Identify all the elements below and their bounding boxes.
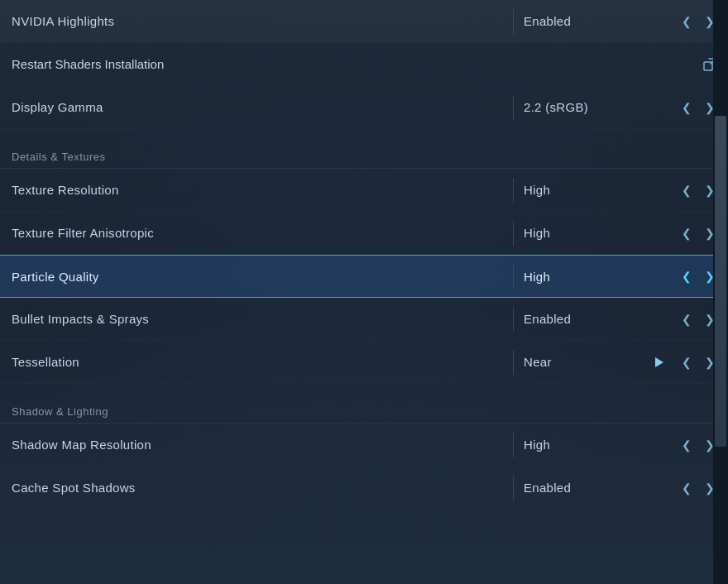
setting-row-display-gamma[interactable]: Display Gamma 2.2 (sRGB) ❮ ❯ [0, 86, 728, 129]
setting-row-restart-shaders[interactable]: Restart Shaders Installation [0, 43, 728, 86]
setting-value-area-display-gamma: 2.2 (sRGB) ❮ ❯ [513, 95, 728, 120]
scrollbar[interactable] [713, 0, 728, 584]
divider [513, 350, 514, 375]
setting-label-cache-spot-shadows: Cache Spot Shadows [0, 481, 513, 495]
setting-value-texture-resolution: High [524, 183, 675, 197]
divider [513, 476, 514, 500]
setting-row-texture-filter[interactable]: Texture Filter Anisotropic High ❮ ❯ [0, 212, 728, 255]
svg-marker-1 [655, 357, 663, 367]
setting-value-cache-spot-shadows: Enabled [524, 481, 675, 495]
divider [513, 433, 514, 457]
play-icon-tessellation [650, 353, 668, 371]
divider [513, 178, 514, 203]
setting-row-nvidia-highlights[interactable]: NVIDIA Highlights Enabled ❮ ❯ [0, 0, 728, 43]
setting-value-nvidia-highlights: Enabled [524, 14, 675, 28]
setting-value-area-shadow-map-resolution: High ❮ ❯ [513, 433, 728, 457]
setting-value-area-bullet-impacts: Enabled ❮ ❯ [513, 307, 728, 332]
divider [513, 264, 514, 289]
setting-value-area-texture-resolution: High ❮ ❯ [513, 178, 728, 203]
setting-label-tessellation: Tessellation [0, 355, 513, 369]
divider [513, 95, 514, 120]
setting-label-texture-resolution: Texture Resolution [0, 183, 513, 197]
section-gap-2 [0, 384, 728, 397]
setting-label-restart-shaders: Restart Shaders Installation [0, 57, 698, 71]
setting-value-bullet-impacts: Enabled [524, 312, 675, 326]
setting-label-texture-filter: Texture Filter Anisotropic [0, 226, 513, 240]
divider [513, 9, 514, 34]
setting-label-display-gamma: Display Gamma [0, 100, 513, 114]
arrow-left-btn-texture-filter[interactable]: ❮ [675, 222, 698, 245]
arrow-left-btn-bullet-impacts[interactable]: ❮ [675, 308, 698, 331]
arrow-left-btn-display-gamma[interactable]: ❮ [675, 96, 698, 119]
arrow-left-btn-texture-resolution[interactable]: ❮ [675, 179, 698, 202]
setting-row-tessellation[interactable]: Tessellation Near ❮ ❯ [0, 341, 728, 384]
setting-label-bullet-impacts: Bullet Impacts & Sprays [0, 312, 513, 326]
scrollbar-thumb[interactable] [715, 116, 726, 447]
arrow-left-btn-shadow-map-resolution[interactable]: ❮ [675, 433, 698, 457]
setting-row-shadow-map-resolution[interactable]: Shadow Map Resolution High ❮ ❯ [0, 424, 728, 467]
setting-value-display-gamma: 2.2 (sRGB) [524, 100, 675, 114]
setting-row-texture-resolution[interactable]: Texture Resolution High ❮ ❯ [0, 169, 728, 212]
arrow-left-btn-tessellation[interactable]: ❮ [675, 351, 698, 374]
arrow-left-btn-particle-quality[interactable]: ❮ [675, 265, 698, 288]
setting-label-particle-quality: Particle Quality [0, 270, 513, 284]
section-gap-1 [0, 129, 728, 142]
settings-panel: NVIDIA Highlights Enabled ❮ ❯ Restart Sh… [0, 0, 728, 584]
section-header-details-textures: Details & Textures [0, 142, 728, 169]
setting-value-area-particle-quality: High ❮ ❯ [513, 264, 728, 289]
setting-row-particle-quality[interactable]: Particle Quality High ❮ ❯ [0, 255, 728, 298]
divider [513, 307, 514, 332]
setting-value-area-texture-filter: High ❮ ❯ [513, 221, 728, 246]
arrow-left-btn-nvidia-highlights[interactable]: ❮ [675, 10, 698, 33]
setting-value-texture-filter: High [524, 226, 675, 240]
setting-row-cache-spot-shadows[interactable]: Cache Spot Shadows Enabled ❮ ❯ [0, 467, 728, 510]
setting-label-shadow-map-resolution: Shadow Map Resolution [0, 438, 513, 452]
setting-value-area-nvidia-highlights: Enabled ❮ ❯ [513, 9, 728, 34]
section-header-shadow-lighting: Shadow & Lighting [0, 397, 728, 424]
setting-value-shadow-map-resolution: High [524, 438, 675, 452]
arrow-left-btn-cache-spot-shadows[interactable]: ❮ [675, 476, 698, 500]
setting-row-bullet-impacts[interactable]: Bullet Impacts & Sprays Enabled ❮ ❯ [0, 298, 728, 341]
setting-value-area-tessellation: Near ❮ ❯ [513, 350, 728, 375]
setting-value-area-cache-spot-shadows: Enabled ❮ ❯ [513, 476, 728, 500]
setting-value-particle-quality: High [524, 270, 675, 284]
divider [513, 221, 514, 246]
setting-label-nvidia-highlights: NVIDIA Highlights [0, 14, 513, 28]
setting-value-tessellation: Near [524, 355, 650, 369]
